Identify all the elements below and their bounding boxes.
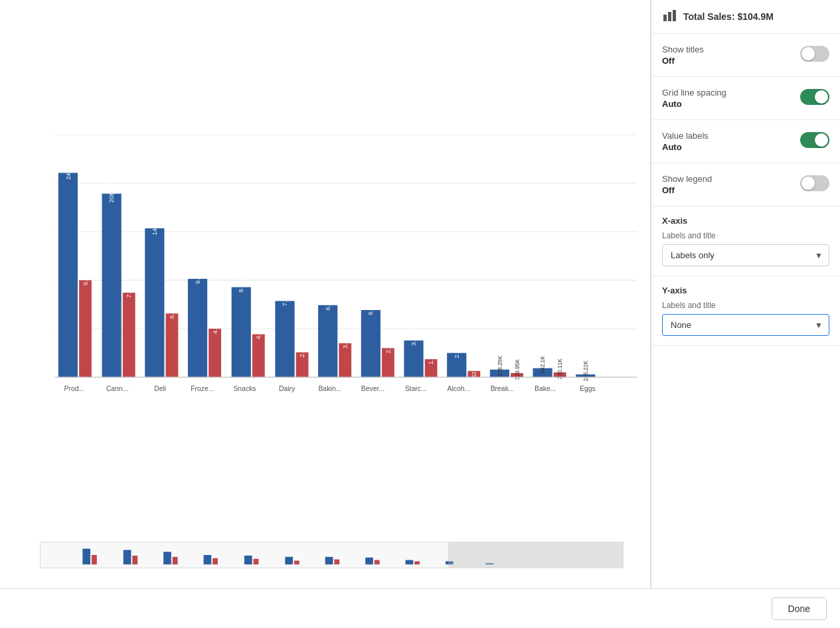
svg-text:Deli: Deli (154, 385, 166, 392)
svg-rect-21 (188, 279, 207, 377)
svg-text:7.72M: 7.72M (126, 280, 132, 297)
svg-text:4.05M: 4.05M (255, 322, 262, 339)
svg-rect-83 (334, 560, 339, 565)
show-titles-toggle[interactable] (800, 46, 829, 62)
svg-rect-77 (212, 558, 218, 565)
svg-rect-78 (244, 556, 252, 564)
svg-rect-84 (365, 558, 373, 564)
svg-rect-22 (209, 329, 221, 377)
show-legend-value: Off (662, 185, 712, 195)
svg-text:245.22K: 245.22K (582, 360, 589, 381)
y-axis-select-wrapper: None Labels only Labels and title Title … (662, 314, 829, 336)
svg-rect-93 (673, 10, 676, 21)
svg-rect-82 (325, 557, 333, 564)
svg-text:230.11K: 230.11K (556, 358, 563, 379)
panel-header: Total Sales: $104.9M (651, 0, 840, 34)
svg-text:Break...: Break... (491, 385, 515, 392)
x-axis-select-wrapper: Labels only Labels and title Title only … (662, 244, 829, 266)
svg-text:Bever...: Bever... (361, 385, 384, 392)
svg-rect-85 (375, 560, 380, 565)
svg-text:3.22M: 3.22M (342, 331, 349, 349)
svg-text:3.49M: 3.49M (410, 328, 417, 345)
svg-rect-70 (82, 549, 90, 565)
svg-rect-46 (404, 341, 423, 377)
svg-text:24.18M: 24.18M (65, 159, 72, 179)
svg-text:7.18M: 7.18M (282, 289, 288, 306)
svg-rect-27 (252, 335, 265, 378)
x-axis-section: X-axis Labels and title Labels only Labe… (651, 206, 840, 276)
svg-text:4.64M: 4.64M (212, 317, 218, 334)
grid-line-spacing-toggle[interactable] (800, 89, 829, 105)
y-axis-select[interactable]: None Labels only Labels and title Title … (662, 314, 829, 336)
show-legend-section: Show legend Off (651, 163, 840, 206)
show-titles-value: Off (662, 56, 704, 66)
svg-rect-81 (294, 561, 299, 565)
svg-rect-76 (204, 555, 212, 564)
show-titles-label: Show titles (662, 44, 704, 54)
svg-rect-7 (79, 280, 92, 377)
svg-rect-75 (173, 557, 178, 564)
svg-text:Bakin...: Bakin... (318, 385, 341, 392)
svg-text:6.16M: 6.16M (169, 301, 175, 319)
x-axis-select[interactable]: Labels only Labels and title Title only … (662, 244, 829, 266)
svg-text:20B6.9M: 20B6.9M (108, 178, 115, 203)
svg-rect-36 (318, 305, 337, 378)
svg-text:1.66M: 1.66M (428, 347, 434, 364)
svg-rect-72 (124, 550, 131, 564)
svg-text:8.63M: 8.63M (238, 275, 244, 292)
svg-text:Bake...: Bake... (535, 385, 556, 392)
y-axis-sub-label: Labels and title (662, 301, 829, 310)
svg-rect-87 (414, 562, 420, 565)
x-axis-title: X-axis (662, 216, 829, 226)
done-button[interactable]: Done (772, 597, 827, 620)
svg-text:Snacks: Snacks (233, 385, 256, 392)
y-axis-title: Y-axis (662, 285, 829, 295)
svg-rect-92 (668, 12, 671, 21)
svg-rect-79 (254, 559, 259, 565)
right-panel: Total Sales: $104.9M Show titles Off Gri… (651, 0, 840, 588)
svg-rect-31 (275, 301, 294, 377)
svg-text:Prod...: Prod... (64, 385, 84, 392)
svg-text:Eggs: Eggs (580, 385, 596, 392)
svg-rect-91 (663, 15, 667, 21)
svg-text:9.49M: 9.49M (195, 267, 201, 284)
mini-navigator[interactable] (40, 542, 624, 568)
svg-rect-71 (92, 555, 97, 564)
grid-line-spacing-section: Grid line spacing Auto (651, 77, 840, 120)
svg-rect-16 (145, 228, 164, 377)
svg-text:2.73M: 2.73M (385, 336, 392, 353)
svg-rect-74 (163, 552, 171, 564)
svg-text:Dairy: Dairy (279, 385, 295, 392)
svg-text:2.28M: 2.28M (454, 341, 460, 358)
show-titles-section: Show titles Off (651, 34, 840, 77)
svg-text:Froze...: Froze... (191, 385, 214, 392)
svg-rect-26 (232, 287, 251, 378)
show-legend-label: Show legend (662, 174, 712, 184)
svg-rect-90 (448, 542, 623, 568)
svg-text:6.73M: 6.73M (325, 293, 331, 310)
show-legend-toggle[interactable] (800, 175, 829, 191)
value-labels-value: Auto (662, 142, 709, 152)
svg-rect-86 (406, 560, 414, 565)
svg-text:14.63M: 14.63M (151, 214, 158, 235)
value-labels-label: Value labels (662, 131, 709, 141)
svg-text:Starc...: Starc... (405, 385, 427, 392)
grid-line-spacing-label: Grid line spacing (662, 88, 726, 98)
svg-rect-41 (361, 310, 380, 377)
x-axis-sub-label: Labels and title (662, 231, 829, 240)
bar-chart-icon (662, 8, 677, 25)
value-labels-toggle[interactable] (800, 132, 829, 148)
chart-area: 24.18M 9.45M Prod... 20B6.9M 7.72M Cann.… (0, 0, 651, 588)
svg-rect-11 (102, 194, 122, 377)
svg-text:6.33M: 6.33M (367, 298, 374, 315)
svg-rect-6 (58, 173, 78, 377)
svg-text:678.25K: 678.25K (497, 356, 503, 376)
svg-rect-17 (166, 313, 179, 377)
svg-text:2.35M: 2.35M (299, 340, 305, 357)
svg-text:Cann...: Cann... (106, 385, 129, 392)
svg-text:842.1K: 842.1K (539, 356, 546, 374)
svg-rect-80 (285, 557, 293, 564)
bar-chart: 24.18M 9.45M Prod... 20B6.9M 7.72M Cann.… (13, 13, 637, 575)
svg-rect-12 (123, 293, 135, 377)
svg-rect-73 (132, 556, 137, 564)
